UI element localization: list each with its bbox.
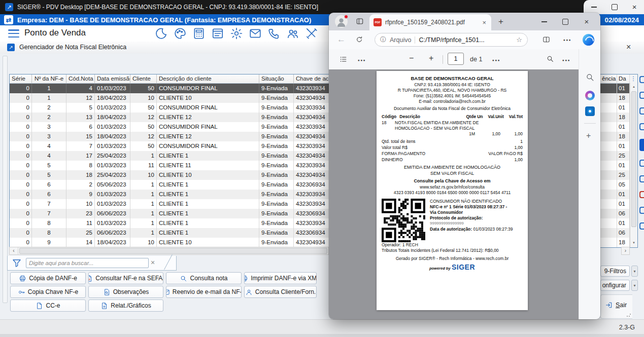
night-mode-icon[interactable] (155, 27, 168, 40)
tools-icon[interactable] (305, 27, 318, 40)
action-button-consulta-nota[interactable]: Consulta nota (166, 272, 242, 284)
calculator-icon[interactable] (192, 27, 206, 40)
column-menu-icon[interactable]: ⋮ (630, 74, 637, 83)
new-tab-icon[interactable]: + (498, 17, 503, 27)
scroll-down-icon[interactable]: ▼ (630, 239, 637, 246)
filters-button[interactable]: 9-Filtros (600, 266, 630, 277)
browser-menu-icon[interactable]: ●●● (563, 38, 571, 42)
settings-icon[interactable] (230, 27, 243, 40)
edge-close-button[interactable]: × (576, 19, 597, 24)
zoom-out-icon[interactable]: − (409, 54, 414, 63)
action-button-copia-chave-nf-e[interactable]: Copia Chave NF-e (10, 286, 86, 298)
table-row[interactable]: 06205/06/20231CLIENTE 19-Enviada43230693… (10, 180, 329, 190)
favorite-star-icon[interactable]: ☆ (516, 36, 522, 44)
table-row[interactable]: 021318/04/202312CLIENTE 129-Enviada43230… (10, 113, 329, 122)
pdf-more-icon[interactable]: ●●● (562, 58, 570, 62)
action-button-relat-gr-ficos[interactable]: Relat./Gráficos (88, 299, 163, 312)
pdf-menu-icon[interactable]: ●●● (358, 58, 366, 62)
outlook-icon[interactable] (585, 106, 595, 116)
receipt-auth-line: Data de autorização: 01/03/2023 08:27:39 (430, 227, 523, 232)
tab-close-icon[interactable]: × (481, 19, 487, 26)
vertical-scrollbar[interactable]: ▲ ▼ (630, 83, 637, 247)
page-options-icon[interactable]: ●●● (492, 58, 500, 62)
column-header-2[interactable]: Nº da NF-e (32, 74, 66, 83)
action-button-cc-e[interactable]: CC-e (10, 299, 86, 312)
edge-maximize-button[interactable] (562, 19, 568, 25)
split-screen-icon[interactable] (542, 35, 551, 44)
action-button-observa-es[interactable]: Observações (88, 286, 163, 298)
table-row[interactable]: 091418/04/202310CLIENTE 109-Enviada43230… (10, 238, 329, 247)
action-button-consultar-nf-e-na-sefaz[interactable]: Consultar NF-e na SEFAZ (88, 272, 163, 284)
menu-icon[interactable] (8, 29, 19, 38)
column-header-3[interactable]: Cód.Nota (66, 74, 95, 83)
table-row[interactable]: 01401/03/202350CONSUMIDOR FINAL9-Enviada… (10, 84, 329, 93)
table-row[interactable]: 04701/03/202350CONSUMIDOR FINAL9-Enviada… (10, 141, 329, 151)
column-header-5[interactable]: Cliente (130, 74, 157, 83)
action-button-consulta-cliente-forn[interactable]: Consulta Cliente/Forn. (244, 286, 317, 298)
configure-button[interactable]: onfigurar (600, 280, 630, 291)
column-header-7[interactable]: Situação (259, 74, 294, 83)
column-header-clipped[interactable]: Da (617, 74, 630, 83)
edge-minimize-button[interactable] (541, 21, 547, 22)
pdf-search-icon[interactable] (546, 55, 554, 63)
scrollbar-thumb[interactable] (19, 248, 327, 254)
tab-search-icon[interactable] (355, 17, 364, 25)
action-button-c-pia-de-danf-e[interactable]: Cópia de DANF-e (10, 272, 86, 284)
table-row[interactable]: 03601/03/202350CONSUMIDOR FINAL9-Enviada… (10, 122, 329, 132)
search-input[interactable] (26, 258, 149, 268)
forms-icon[interactable] (211, 27, 224, 40)
table-row[interactable]: 081101/03/20231CLIENTE 19-Enviada4323039… (10, 218, 329, 228)
users-icon[interactable] (286, 27, 299, 40)
page-number-input[interactable] (448, 53, 464, 65)
sidebar-search-icon[interactable] (585, 72, 595, 82)
scroll-up-icon[interactable]: ▲ (630, 83, 637, 90)
filter-funnel-icon[interactable] (12, 258, 22, 268)
action-button-reenvio-de-e-mail-da-nf-e[interactable]: Reenvio de e-mail da NF-e (166, 286, 242, 298)
info-icon[interactable]: ⓘ (380, 35, 386, 44)
company-switch-icon[interactable]: ⇄ (4, 15, 13, 24)
scrollbar-thumb[interactable] (631, 91, 636, 227)
browser-tab[interactable]: PDF rfpnfce_150159_2408021.pdf × (369, 14, 491, 30)
zoom-in-icon[interactable]: + (429, 54, 433, 63)
table-row[interactable]: 02501/03/202350CONSUMIDOR FINAL9-Enviada… (10, 103, 329, 113)
table-row[interactable]: 072306/06/20231CLIENTE 19-Enviada4323069… (10, 209, 329, 218)
column-header-8[interactable]: Chave de ac (294, 74, 329, 83)
action-button-imprimir-danf-e-via-xml[interactable]: Imprimir DANF-e via XML (244, 272, 317, 284)
table-row[interactable]: 011218/04/202310CLIENTE 109-Enviada43230… (10, 93, 329, 103)
sidebar-add-icon[interactable]: + (586, 131, 591, 140)
scroll-right-icon[interactable]: › (621, 247, 630, 255)
copilot-icon[interactable] (583, 34, 594, 46)
column-header-6[interactable]: Descrição do cliente (157, 74, 259, 83)
close-button[interactable]: × (632, 5, 637, 10)
table-row[interactable]: 06901/03/20231CLIENTE 19-Enviada43230393… (10, 190, 329, 199)
phone-icon[interactable] (267, 27, 281, 40)
table-row[interactable]: 082506/06/20231CLIENTE 19-Enviada4323069… (10, 228, 329, 238)
table-row[interactable]: 051825/04/202310CLIENTE 109-Enviada43230… (10, 170, 329, 180)
back-icon[interactable]: ← (337, 34, 346, 45)
scroll-left-icon[interactable]: ‹ (10, 247, 18, 254)
column-header-clipped[interactable]: ência (600, 74, 617, 83)
microsoft-365-icon[interactable] (585, 91, 595, 100)
resize-grip[interactable] (626, 312, 631, 317)
table-of-contents-icon[interactable] (339, 55, 348, 63)
refresh-icon[interactable] (355, 35, 363, 44)
table-row[interactable]: 041725/04/20231CLIENTE 19-Enviada4323049… (10, 151, 329, 161)
table-row[interactable]: 071001/03/20231CLIENTE 19-Enviada4323039… (10, 199, 329, 209)
clear-search-icon[interactable]: × (151, 258, 155, 267)
address-bar[interactable]: ⓘ Arquivo C:/TMP/rfpnfce_1501... ☆ (375, 33, 528, 47)
horizontal-scrollbar[interactable]: ‹ (9, 247, 329, 255)
column-header-4[interactable]: Data emissão (95, 74, 130, 83)
mdi-close-icon[interactable]: × (624, 43, 633, 52)
palette-icon[interactable] (174, 27, 187, 40)
exit-button[interactable]: Sair (605, 301, 627, 309)
maximize-button[interactable] (612, 4, 618, 10)
minimize-button[interactable] (591, 7, 597, 8)
configure-dropdown-icon[interactable]: ▾ (631, 280, 638, 291)
table-row[interactable]: 031518/04/202312CLIENTE 129-Enviada43230… (10, 132, 329, 141)
table-cell: 0 (10, 113, 32, 122)
table-cell: 0 (10, 141, 32, 151)
filters-dropdown-icon[interactable]: ▾ (631, 266, 638, 277)
mail-icon[interactable] (249, 27, 262, 40)
table-row[interactable]: 05801/03/202311CLIENTE 119-Enviada432303… (10, 161, 329, 170)
column-header-1[interactable]: Série (10, 74, 32, 83)
